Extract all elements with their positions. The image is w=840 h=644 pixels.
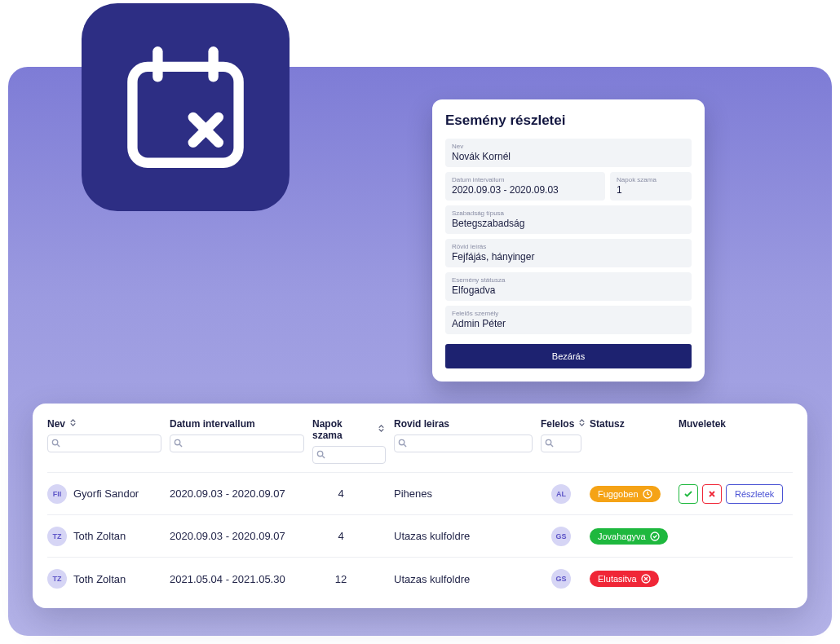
column-header-name[interactable]: Nev [47,418,170,452]
detail-field-days: Napok szama 1 [610,172,692,201]
sort-icon[interactable] [69,418,77,430]
cell-description: Utazas kulfoldre [394,530,541,542]
svg-point-9 [317,451,322,456]
sort-icon[interactable] [577,418,586,430]
table-row: TZToth Zoltan2021.05.04 - 2021.05.3012Ut… [47,558,793,600]
column-label: Rovid leiras [394,418,449,430]
field-label: Felelős személy [452,310,685,317]
svg-line-6 [57,444,60,447]
search-icon [398,439,407,448]
table-header-row: Nev Datum intervallum Napok szama [47,418,793,473]
avatar-responsible: GS [551,569,571,589]
search-input-description[interactable] [394,434,533,452]
field-value: Fejfájás, hányinger [452,251,685,262]
table-row: FIIGyorfi Sandor2020.09.03 - 2020.09.074… [47,473,793,515]
avatar: TZ [47,569,67,589]
avatar-responsible: AL [551,484,571,504]
field-label: Datum intervallum [452,176,599,183]
column-label: Datum intervallum [170,418,255,430]
field-label: Nev [452,143,685,150]
field-label: Szabadság típusa [452,210,685,217]
field-value: Novák Kornél [452,151,685,162]
detail-field-responsible: Felelős személy Admin Péter [445,306,692,334]
cell-date: 2021.05.04 - 2021.05.30 [170,573,312,585]
cell-description: Pihenes [394,487,541,500]
field-label: Esemény státusza [452,276,685,284]
svg-point-13 [546,439,550,444]
cell-days: 12 [312,573,394,585]
column-label: Napok szama [312,418,374,441]
table-row: TZToth Zoltan2020.09.03 - 2020.09.074Uta… [47,515,793,558]
field-value: Admin Péter [452,318,685,329]
svg-point-16 [651,532,659,540]
search-input-date[interactable] [170,434,304,452]
column-header-responsible[interactable]: Felelos [541,418,590,452]
search-icon [545,439,554,448]
cell-name: Gyorfi Sandor [73,487,139,500]
search-icon [51,439,60,448]
detail-field-name: Nev Novák Kornél [445,139,692,167]
close-button[interactable]: Bezárás [445,344,692,368]
reject-button[interactable] [702,484,722,504]
field-label: Napok szama [617,176,685,183]
sort-icon[interactable] [377,424,386,435]
details-title: Esemény részletei [445,112,692,129]
cell-days: 4 [312,530,394,542]
status-badge: Elutasitva [590,571,659,587]
field-value: 1 [617,184,685,196]
field-value: 2020.09.03 - 2020.09.03 [452,184,599,196]
search-icon [316,450,325,459]
column-header-date[interactable]: Datum intervallum [170,418,312,452]
search-icon [174,439,183,448]
svg-line-8 [179,444,182,447]
avatar: TZ [47,527,67,546]
column-label: Nev [47,418,65,430]
field-label: Rövid leírás [452,243,685,250]
svg-point-5 [52,439,57,444]
column-header-actions: Muveletek [679,418,793,430]
events-table: Nev Datum intervallum Napok szama [33,404,807,608]
detail-field-description: Rövid leírás Fejfájás, hányinger [445,239,692,267]
column-label: Felelos [541,418,574,430]
svg-point-11 [399,439,404,444]
cell-date: 2020.09.03 - 2020.09.07 [170,487,312,500]
detail-field-date: Datum intervallum 2020.09.03 - 2020.09.0… [445,172,605,201]
svg-line-12 [404,444,406,447]
event-details-card: Esemény részletei Nev Novák Kornél Datum… [432,99,705,382]
cell-name: Toth Zoltan [73,530,126,542]
detail-field-status: Esemény státusza Elfogadva [445,272,692,301]
field-value: Betegszabadság [452,218,685,229]
approve-button[interactable] [679,484,698,504]
calendar-cancel-icon [82,3,290,211]
status-badge: Fuggoben [590,486,661,502]
avatar: FII [47,484,67,504]
cell-days: 4 [312,487,394,500]
avatar-responsible: GS [551,527,571,546]
details-button[interactable]: Részletek [726,484,783,504]
status-badge: Jovahagyva [590,528,668,545]
field-value: Elfogadva [452,285,685,296]
column-header-description[interactable]: Rovid leiras [394,418,541,452]
svg-line-14 [550,444,553,447]
svg-point-7 [175,439,179,444]
svg-line-10 [322,456,325,458]
search-input-name[interactable] [47,434,161,452]
column-header-days[interactable]: Napok szama [312,418,394,464]
cell-description: Utazas kulfoldre [394,573,541,585]
column-header-status: Statusz [590,418,671,430]
cell-name: Toth Zoltan [73,573,126,585]
detail-field-type: Szabadság típusa Betegszabadság [445,205,692,234]
column-label: Statusz [590,418,625,430]
cell-date: 2020.09.03 - 2020.09.07 [170,530,312,542]
column-label: Muveletek [679,418,726,430]
